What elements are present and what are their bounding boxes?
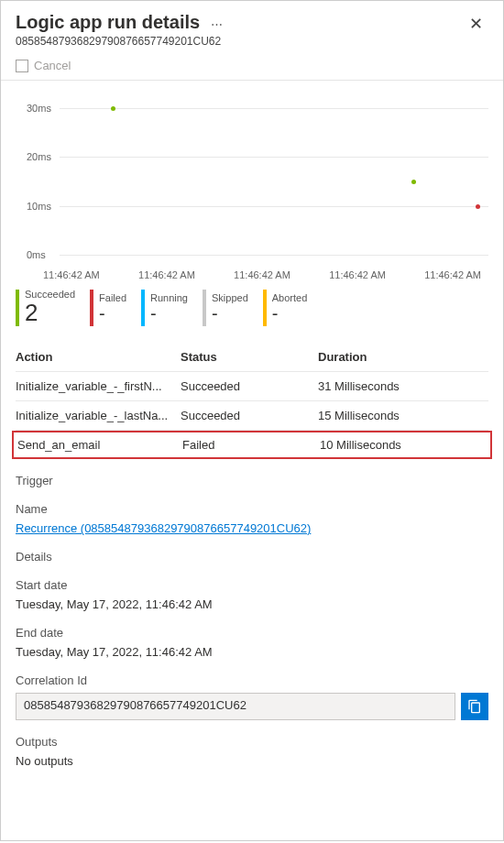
status-failed: Failed- — [90, 290, 126, 326]
status-aborted: Aborted- — [263, 290, 308, 326]
cell-action: Initialize_variable_-_lastNa... — [16, 409, 181, 422]
chart-gridline — [60, 157, 488, 158]
start-date-label: Start date — [16, 578, 488, 592]
status-value: 2 — [25, 300, 75, 326]
outputs-value: No outputs — [16, 754, 488, 768]
cancel-button: Cancel — [16, 59, 488, 72]
end-date-label: End date — [16, 626, 488, 640]
table-row[interactable]: Send_an_emailFailed10 Milliseconds — [12, 431, 492, 459]
cell-action: Initialize_variable_-_firstN... — [16, 379, 181, 393]
status-bar-icon — [141, 290, 145, 326]
chart-gridline — [60, 206, 488, 207]
chart-point — [411, 180, 416, 184]
table-body: Initialize_variable_-_firstN...Succeeded… — [16, 372, 488, 459]
status-bar-icon — [203, 290, 206, 326]
chart-ytick: 20ms — [27, 151, 51, 162]
col-header-status: Status — [181, 350, 318, 364]
chart-gridline — [60, 255, 488, 256]
status-skipped: Skipped- — [203, 290, 248, 326]
page-title: Logic app run details — [16, 12, 200, 33]
status-succeeded: Succeeded2 — [16, 290, 75, 326]
chart-xtick: 11:46:42 AM — [43, 269, 100, 280]
chart-xtick: 11:46:42 AM — [234, 269, 290, 280]
copy-button[interactable] — [461, 693, 488, 720]
col-header-action: Action — [16, 350, 181, 364]
col-header-duration: Duration — [318, 350, 488, 364]
start-date-value: Tuesday, May 17, 2022, 11:46:42 AM — [16, 597, 488, 611]
cancel-icon — [16, 60, 28, 72]
status-value: - — [99, 303, 126, 323]
trigger-link[interactable]: Recurrence (0858548793682979087665774920… — [16, 521, 311, 535]
run-details-panel: Logic app run details ⋯ 0858548793682979… — [0, 0, 504, 841]
outputs-section: Outputs — [16, 735, 488, 749]
copy-icon — [467, 699, 482, 714]
details-section: Details — [16, 550, 488, 564]
status-label: Running — [150, 293, 188, 303]
status-value: - — [212, 303, 248, 323]
status-value: - — [272, 303, 308, 323]
chart-x-axis: 11:46:42 AM11:46:42 AM11:46:42 AM11:46:4… — [16, 269, 488, 280]
chart-xtick: 11:46:42 AM — [329, 269, 386, 280]
status-label: Aborted — [272, 293, 308, 303]
status-running: Running- — [141, 290, 188, 326]
cell-duration: 10 Milliseconds — [320, 438, 487, 452]
cell-duration: 15 Milliseconds — [318, 409, 488, 422]
cell-duration: 31 Milliseconds — [318, 379, 488, 393]
status-value: - — [150, 303, 188, 323]
status-bar-icon — [16, 290, 19, 326]
close-icon[interactable]: ✕ — [464, 12, 488, 36]
chart-gridline — [60, 108, 488, 109]
correlation-id-label: Correlation Id — [16, 673, 488, 687]
status-bar-icon — [90, 290, 93, 326]
more-icon[interactable]: ⋯ — [211, 17, 224, 31]
chart-xtick: 11:46:42 AM — [424, 269, 481, 280]
toolbar: Cancel — [1, 55, 503, 81]
table-row[interactable]: Initialize_variable_-_firstN...Succeeded… — [16, 372, 488, 401]
chart-ytick: 30ms — [27, 103, 51, 114]
cell-status: Succeeded — [181, 379, 318, 393]
status-summary: Succeeded2Failed-Running-Skipped-Aborted… — [16, 290, 488, 326]
correlation-id-value[interactable]: 08585487936829790876657749201CU62 — [16, 693, 455, 720]
cell-status: Succeeded — [181, 409, 318, 422]
end-date-value: Tuesday, May 17, 2022, 11:46:42 AM — [16, 645, 488, 659]
chart-ytick: 10ms — [27, 201, 51, 212]
status-label: Skipped — [212, 293, 248, 303]
chart-ytick: 0ms — [27, 249, 46, 260]
status-bar-icon — [263, 290, 267, 326]
trigger-section: Trigger — [16, 474, 488, 487]
status-label: Failed — [99, 293, 126, 303]
trigger-name-label: Name — [16, 502, 488, 516]
cell-status: Failed — [182, 438, 320, 452]
run-id-subtitle: 08585487936829790876657749201CU62 — [16, 35, 464, 48]
content-scroll[interactable]: 0ms10ms20ms30ms 11:46:42 AM11:46:42 AM11… — [1, 81, 503, 834]
chart-xtick: 11:46:42 AM — [138, 269, 195, 280]
cell-action: Send_an_email — [17, 438, 182, 452]
chart-point — [111, 106, 115, 111]
table-header: Action Status Duration — [16, 343, 488, 372]
table-row[interactable]: Initialize_variable_-_lastNa...Succeeded… — [16, 401, 488, 431]
header: Logic app run details ⋯ 0858548793682979… — [1, 1, 503, 55]
duration-chart: 0ms10ms20ms30ms — [16, 99, 488, 264]
cancel-label: Cancel — [34, 59, 71, 72]
chart-point — [476, 204, 480, 209]
